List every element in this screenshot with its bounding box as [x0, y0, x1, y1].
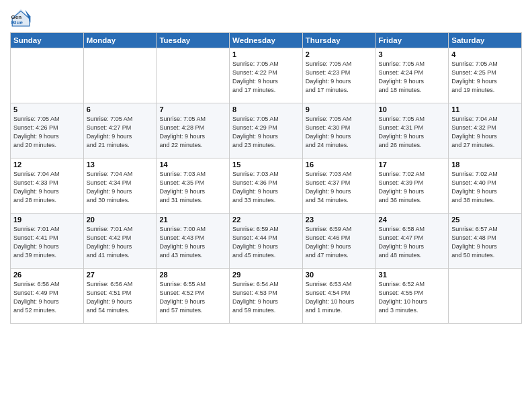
- calendar-cell: 20Sunrise: 7:01 AM Sunset: 4:42 PM Dayli…: [83, 214, 157, 269]
- calendar-cell: 22Sunrise: 6:59 AM Sunset: 4:44 PM Dayli…: [230, 214, 303, 269]
- calendar-cell: [11, 48, 84, 103]
- day-number: 31: [379, 271, 446, 279]
- calendar-cell: 18Sunrise: 7:02 AM Sunset: 4:40 PM Dayli…: [449, 158, 522, 214]
- calendar-cell: 30Sunrise: 6:53 AM Sunset: 4:54 PM Dayli…: [302, 269, 375, 324]
- calendar-cell: 12Sunrise: 7:04 AM Sunset: 4:33 PM Dayli…: [11, 158, 84, 214]
- calendar-cell: 9Sunrise: 7:05 AM Sunset: 4:30 PM Daylig…: [302, 103, 375, 158]
- calendar-cell: 21Sunrise: 7:00 AM Sunset: 4:43 PM Dayli…: [157, 214, 230, 269]
- day-of-week-header: Monday: [83, 33, 157, 48]
- day-info: Sunrise: 6:52 AM Sunset: 4:55 PM Dayligh…: [379, 280, 446, 315]
- day-number: 27: [87, 271, 154, 279]
- calendar-cell: 10Sunrise: 7:05 AM Sunset: 4:31 PM Dayli…: [375, 103, 449, 158]
- day-number: 28: [159, 271, 226, 279]
- day-number: 9: [306, 105, 373, 113]
- day-info: Sunrise: 6:55 AM Sunset: 4:52 PM Dayligh…: [159, 280, 226, 315]
- calendar-cell: [449, 269, 522, 324]
- day-info: Sunrise: 7:04 AM Sunset: 4:33 PM Dayligh…: [13, 170, 81, 205]
- calendar-cell: 1Sunrise: 7:05 AM Sunset: 4:22 PM Daylig…: [230, 48, 303, 103]
- calendar-cell: 2Sunrise: 7:05 AM Sunset: 4:23 PM Daylig…: [302, 48, 375, 103]
- day-number: 6: [87, 105, 154, 113]
- day-number: 25: [451, 216, 519, 224]
- day-number: 12: [13, 161, 81, 169]
- day-info: Sunrise: 6:54 AM Sunset: 4:53 PM Dayligh…: [232, 280, 300, 315]
- day-info: Sunrise: 7:00 AM Sunset: 4:43 PM Dayligh…: [159, 225, 226, 260]
- calendar-cell: 3Sunrise: 7:05 AM Sunset: 4:24 PM Daylig…: [375, 48, 449, 103]
- day-info: Sunrise: 7:05 AM Sunset: 4:29 PM Dayligh…: [232, 115, 300, 150]
- day-number: 10: [379, 105, 446, 113]
- day-info: Sunrise: 6:59 AM Sunset: 4:44 PM Dayligh…: [232, 225, 300, 260]
- calendar-cell: 26Sunrise: 6:56 AM Sunset: 4:49 PM Dayli…: [11, 269, 84, 324]
- calendar-cell: 15Sunrise: 7:03 AM Sunset: 4:36 PM Dayli…: [230, 158, 303, 214]
- day-info: Sunrise: 6:59 AM Sunset: 4:46 PM Dayligh…: [306, 225, 373, 260]
- calendar-cell: 19Sunrise: 7:01 AM Sunset: 4:41 PM Dayli…: [11, 214, 84, 269]
- logo-icon: Gen Blue: [10, 7, 32, 28]
- day-of-week-header: Friday: [375, 33, 449, 48]
- day-info: Sunrise: 7:05 AM Sunset: 4:30 PM Dayligh…: [306, 115, 373, 150]
- calendar-header-row: SundayMondayTuesdayWednesdayThursdayFrid…: [11, 33, 522, 48]
- day-info: Sunrise: 7:05 AM Sunset: 4:27 PM Dayligh…: [87, 115, 154, 150]
- day-info: Sunrise: 7:05 AM Sunset: 4:24 PM Dayligh…: [379, 60, 446, 95]
- calendar-cell: 17Sunrise: 7:02 AM Sunset: 4:39 PM Dayli…: [375, 158, 449, 214]
- day-number: 23: [306, 216, 373, 224]
- calendar-cell: 31Sunrise: 6:52 AM Sunset: 4:55 PM Dayli…: [375, 269, 449, 324]
- day-info: Sunrise: 7:03 AM Sunset: 4:36 PM Dayligh…: [232, 170, 300, 205]
- day-number: 19: [13, 216, 81, 224]
- day-info: Sunrise: 7:04 AM Sunset: 4:34 PM Dayligh…: [87, 170, 154, 205]
- day-number: 26: [13, 271, 81, 279]
- day-number: 2: [306, 50, 373, 58]
- calendar-cell: 29Sunrise: 6:54 AM Sunset: 4:53 PM Dayli…: [230, 269, 303, 324]
- day-info: Sunrise: 7:05 AM Sunset: 4:23 PM Dayligh…: [306, 60, 373, 95]
- calendar-cell: 8Sunrise: 7:05 AM Sunset: 4:29 PM Daylig…: [230, 103, 303, 158]
- calendar-cell: 14Sunrise: 7:03 AM Sunset: 4:35 PM Dayli…: [157, 158, 230, 214]
- calendar-cell: 16Sunrise: 7:03 AM Sunset: 4:37 PM Dayli…: [302, 158, 375, 214]
- day-info: Sunrise: 6:58 AM Sunset: 4:47 PM Dayligh…: [379, 225, 446, 260]
- day-number: 5: [13, 105, 81, 113]
- day-number: 3: [379, 50, 446, 58]
- day-of-week-header: Thursday: [302, 33, 375, 48]
- day-info: Sunrise: 6:56 AM Sunset: 4:49 PM Dayligh…: [13, 280, 81, 315]
- calendar-cell: [83, 48, 157, 103]
- day-number: 29: [232, 271, 300, 279]
- day-number: 22: [232, 216, 300, 224]
- calendar-cell: 11Sunrise: 7:04 AM Sunset: 4:32 PM Dayli…: [449, 103, 522, 158]
- calendar-week-row: 1Sunrise: 7:05 AM Sunset: 4:22 PM Daylig…: [11, 48, 522, 103]
- svg-text:Gen: Gen: [11, 14, 22, 20]
- day-number: 1: [232, 50, 300, 58]
- calendar-week-row: 5Sunrise: 7:05 AM Sunset: 4:26 PM Daylig…: [11, 103, 522, 158]
- day-number: 14: [159, 161, 226, 169]
- logo: Gen Blue: [10, 7, 33, 28]
- day-number: 17: [379, 161, 446, 169]
- calendar-cell: 5Sunrise: 7:05 AM Sunset: 4:26 PM Daylig…: [11, 103, 84, 158]
- day-info: Sunrise: 6:56 AM Sunset: 4:51 PM Dayligh…: [87, 280, 154, 315]
- day-of-week-header: Sunday: [11, 33, 84, 48]
- day-number: 7: [159, 105, 226, 113]
- calendar-week-row: 12Sunrise: 7:04 AM Sunset: 4:33 PM Dayli…: [11, 158, 522, 214]
- calendar-cell: 7Sunrise: 7:05 AM Sunset: 4:28 PM Daylig…: [157, 103, 230, 158]
- calendar-cell: 25Sunrise: 6:57 AM Sunset: 4:48 PM Dayli…: [449, 214, 522, 269]
- calendar-cell: 28Sunrise: 6:55 AM Sunset: 4:52 PM Dayli…: [157, 269, 230, 324]
- page: Gen Blue SundayMondayTuesdayWednesdayThu…: [0, 0, 532, 411]
- day-info: Sunrise: 7:05 AM Sunset: 4:26 PM Dayligh…: [13, 115, 81, 150]
- day-number: 20: [87, 216, 154, 224]
- day-info: Sunrise: 7:01 AM Sunset: 4:41 PM Dayligh…: [13, 225, 81, 260]
- calendar-cell: 24Sunrise: 6:58 AM Sunset: 4:47 PM Dayli…: [375, 214, 449, 269]
- calendar-table: SundayMondayTuesdayWednesdayThursdayFrid…: [10, 32, 522, 324]
- day-number: 30: [306, 271, 373, 279]
- header: Gen Blue: [10, 7, 522, 28]
- calendar-cell: 13Sunrise: 7:04 AM Sunset: 4:34 PM Dayli…: [83, 158, 157, 214]
- calendar-cell: 6Sunrise: 7:05 AM Sunset: 4:27 PM Daylig…: [83, 103, 157, 158]
- day-number: 11: [451, 105, 519, 113]
- day-info: Sunrise: 7:03 AM Sunset: 4:37 PM Dayligh…: [306, 170, 373, 205]
- day-number: 13: [87, 161, 154, 169]
- day-number: 4: [451, 50, 519, 58]
- calendar-cell: [157, 48, 230, 103]
- day-of-week-header: Wednesday: [230, 33, 303, 48]
- day-info: Sunrise: 7:03 AM Sunset: 4:35 PM Dayligh…: [159, 170, 226, 205]
- day-number: 24: [379, 216, 446, 224]
- day-info: Sunrise: 6:57 AM Sunset: 4:48 PM Dayligh…: [451, 225, 519, 260]
- day-info: Sunrise: 7:04 AM Sunset: 4:32 PM Dayligh…: [451, 115, 519, 150]
- calendar-cell: 27Sunrise: 6:56 AM Sunset: 4:51 PM Dayli…: [83, 269, 157, 324]
- day-of-week-header: Tuesday: [157, 33, 230, 48]
- day-info: Sunrise: 7:05 AM Sunset: 4:28 PM Dayligh…: [159, 115, 226, 150]
- day-number: 18: [451, 161, 519, 169]
